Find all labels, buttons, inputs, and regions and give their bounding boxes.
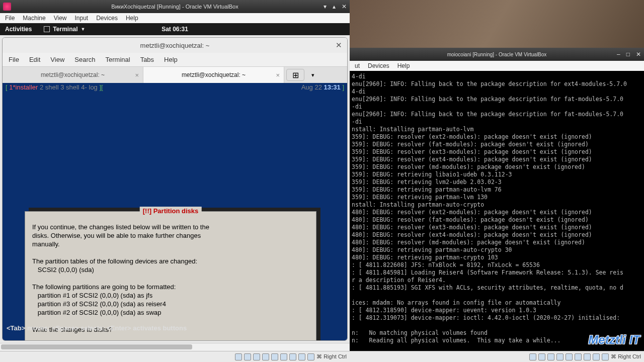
vbox-left-titlebar[interactable]: ВикиXochiquetzal [Running] - Oracle VM V… [0,0,350,13]
menu-devices[interactable]: Devices [96,15,118,22]
close-icon[interactable]: ✕ [336,41,342,50]
screen-window-current: 1*installer [9,83,38,91]
term-menu-view[interactable]: View [50,56,64,63]
clock[interactable]: Sat 06:31 [162,26,188,33]
partition-dialog: [!!] Partition disks If you continue, th… [25,211,316,341]
vbox-window-right: moiocoiani [Running] - Oracle VM Virtual… [350,48,644,362]
vbox-left-title: ВикиXochiquetzal [Running] - Oracle VM V… [111,4,238,10]
gnome-terminal-titlebar[interactable]: metztli@xochiquetzal: ~ ✕ [3,38,347,53]
menu-help[interactable]: Help [397,62,410,69]
record-icon[interactable] [298,353,305,360]
menu-machine[interactable]: Machine [23,15,45,22]
chevron-down-icon: ▼ [80,27,85,32]
maximize-icon[interactable]: ▴ [333,3,336,10]
term-menu-terminal[interactable]: Terminal [106,56,130,63]
app-menu[interactable]: Terminal ▼ [44,26,85,33]
term-menu-help[interactable]: Help [164,56,178,63]
host-desktop-bg [350,0,644,48]
cpu-icon[interactable] [307,353,314,360]
watermark: Metztli IT [588,333,640,347]
vbox-icon [3,3,11,11]
usb-icon[interactable] [566,353,573,360]
menu-input[interactable]: Input [75,15,89,22]
menu-view[interactable]: View [54,15,67,22]
gnome-terminal-menubar: File Edit View Search Terminal Tabs Help [3,53,347,67]
vbox-window-left: ВикиXochiquetzal [Running] - Oracle VM V… [0,0,350,362]
optical-icon[interactable] [244,353,251,360]
network-icon[interactable] [262,353,269,360]
term-menu-search[interactable]: Search [74,56,95,63]
gnome-terminal-window: metztli@xochiquetzal: ~ ✕ File Edit View… [2,37,348,341]
tab-dropdown[interactable]: ▾ [306,67,319,83]
network-icon[interactable] [556,353,564,360]
term-menu-edit[interactable]: Edit [29,56,40,63]
display-icon[interactable] [289,353,296,360]
term-menu-file[interactable]: File [9,56,19,63]
menu-devices[interactable]: Devices [368,62,389,69]
term-menu-tabs[interactable]: Tabs [140,56,154,63]
vbox-right-statusbar: ⌘ Right Ctrl [350,351,644,362]
record-icon[interactable] [593,353,600,360]
shared-icon[interactable] [575,353,582,360]
screen-time: 13:31 [324,83,341,91]
minimize-icon[interactable]: – [617,51,620,58]
menu-input-cut[interactable]: ut [355,62,360,69]
new-tab-button[interactable]: ⊞ [286,69,304,81]
activities-button[interactable]: Activities [5,26,32,33]
vbox-right-menubar: ut Devices Help [350,61,644,71]
audio-icon[interactable] [253,353,260,360]
terminal-body[interactable]: [ 1*installer 2 shell 3 shell 4- log ][ … [3,83,347,340]
tab-label: metztli@xochiquetzal: ~ [41,71,105,78]
terminal-tab-2[interactable]: metztli@xochiquetzal: ~ × [143,67,284,83]
gnome-top-bar: Activities Terminal ▼ Sat 06:31 [0,23,350,35]
close-icon[interactable]: ✕ [636,51,641,58]
vbox-left-statusbar: ⌘ Right Ctrl [0,351,350,362]
hostkey-indicator: ⌘ Right Ctrl [611,353,641,360]
menu-help[interactable]: Help [126,15,138,22]
maximize-icon[interactable]: □ [626,51,630,58]
vbox-right-title: moiocoiani [Running] - Oracle VM Virtual… [447,52,547,57]
cpu-icon[interactable] [602,353,609,360]
screen-status-bar: [ 1*installer 2 shell 3 shell 4- log ][ … [6,83,344,92]
dialog-title: [!!] Partition disks [140,207,202,215]
audio-icon[interactable] [547,353,554,360]
shared-icon[interactable] [280,353,287,360]
terminal-tab-1[interactable]: metztli@xochiquetzal: ~ × [3,67,143,83]
hostkey-indicator: ⌘ Right Ctrl [316,353,347,360]
dialog-body: If you continue, the changes listed belo… [32,223,309,334]
tab-close-icon[interactable]: × [276,71,280,79]
hdd-icon[interactable] [235,353,242,360]
host-scrollbar[interactable] [0,343,350,351]
tab-label: metztli@xochiquetzal: ~ [182,71,246,78]
screen-date: Aug 22 [301,83,322,91]
terminal-icon [44,26,50,32]
vbox-right-titlebar[interactable]: moiocoiani [Running] - Oracle VM Virtual… [350,48,644,61]
vbox-left-menubar: File Machine View Input Devices Help [0,13,350,23]
display-icon[interactable] [584,353,591,360]
optical-icon[interactable] [538,353,545,360]
scrollbar-thumb[interactable] [1,344,192,349]
hdd-icon[interactable] [529,353,536,360]
installer-log-terminal[interactable]: 4-di enu[2960]: INFO: Falling back to th… [350,71,644,351]
tab-close-icon[interactable]: × [135,71,139,79]
gnome-terminal-title: metztli@xochiquetzal: ~ [140,42,210,49]
minimize-icon[interactable]: ▾ [324,3,327,10]
app-name: Terminal [53,26,77,33]
usb-icon[interactable] [271,353,278,360]
dialog-footer-hint: <Tab> moves; <Space> selects; <Enter> ac… [7,324,187,332]
gnome-terminal-tabbar: metztli@xochiquetzal: ~ × metztli@xochiq… [3,67,347,83]
menu-file[interactable]: File [5,15,15,22]
close-icon[interactable]: ✕ [342,3,347,10]
